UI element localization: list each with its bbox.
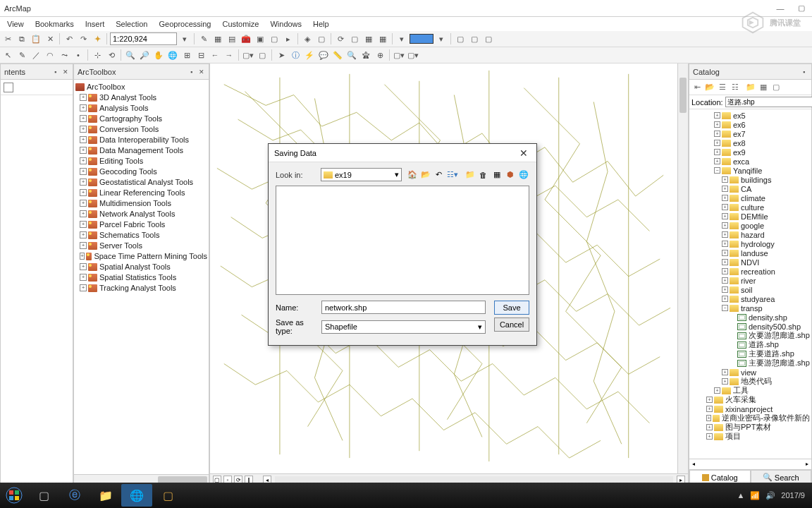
pin-icon[interactable]: ▪ [51, 68, 59, 75]
toolbox-item[interactable]: +Parcel Fabric Tools [75, 219, 207, 229]
time-slider-icon[interactable]: ▢▾ [393, 49, 405, 61]
catalog-folder[interactable]: +hydrology [691, 239, 810, 248]
connect-icon[interactable]: ⬢ [504, 169, 516, 181]
expand-icon[interactable]: + [714, 121, 720, 128]
delete-icon[interactable]: ✕ [44, 32, 56, 45]
expand-icon[interactable]: + [80, 147, 87, 154]
expand-icon[interactable]: + [722, 378, 728, 385]
expand-icon[interactable]: + [722, 296, 728, 302]
editor-icon[interactable]: ✎ [197, 32, 210, 45]
fixed-zoom-in-icon[interactable]: ⊞ [180, 49, 193, 61]
undo-icon[interactable]: ↶ [63, 32, 75, 45]
clock[interactable]: 2017/9 [781, 491, 805, 500]
scroll-left-icon[interactable]: ◂ [689, 459, 698, 468]
trace-icon[interactable]: ⤳ [58, 49, 70, 61]
go-to-xy-icon[interactable]: ⊕ [374, 49, 386, 61]
expand-icon[interactable]: + [80, 94, 87, 101]
up-one-level-icon[interactable]: 📂 [419, 169, 431, 181]
catalog-folder[interactable]: +项目 [691, 432, 810, 441]
back-icon[interactable]: ↶ [433, 169, 445, 181]
select-elements-icon[interactable]: ➤ [275, 49, 288, 61]
cancel-button[interactable]: Cancel [494, 318, 529, 332]
full-extent-icon[interactable]: 🌐 [166, 49, 179, 61]
catalog-folder[interactable]: +climate [691, 193, 810, 202]
expand-icon[interactable]: + [80, 274, 87, 281]
expand-icon[interactable]: + [80, 221, 87, 228]
toolbox-item[interactable]: +Space Time Pattern Mining Tools [75, 251, 207, 261]
style-icon[interactable]: ▾ [395, 32, 408, 45]
expand-icon[interactable]: + [722, 250, 728, 256]
expand-icon[interactable]: + [80, 189, 87, 196]
task-view-icon[interactable]: ▢ [28, 484, 59, 507]
catalog-folder[interactable]: +exca [691, 157, 810, 166]
close-icon[interactable]: ✕ [517, 146, 531, 160]
toolbox-item[interactable]: +Conversion Tools [75, 124, 207, 134]
expand-icon[interactable]: − [714, 167, 720, 174]
toolbox-item[interactable]: +Linear Referencing Tools [75, 188, 207, 198]
expand-icon[interactable]: + [80, 263, 87, 270]
expand-icon[interactable]: + [714, 112, 720, 119]
copy-icon[interactable]: ⧉ [16, 32, 28, 45]
expand-icon[interactable]: + [80, 210, 87, 217]
viewer-icon[interactable]: ▢▾ [407, 49, 419, 61]
expand-icon[interactable]: + [722, 286, 728, 293]
menu-view[interactable]: View [1, 18, 30, 30]
save-button[interactable]: Save [494, 301, 529, 315]
pin-icon[interactable]: ▪ [800, 68, 808, 75]
list-style-icon[interactable]: ☷▾ [446, 169, 458, 181]
chevron-down-icon[interactable]: ▾ [178, 32, 191, 45]
expand-icon[interactable]: + [722, 369, 728, 375]
location-input[interactable] [725, 97, 812, 107]
expand-icon[interactable]: + [80, 157, 87, 164]
toolbox-item[interactable]: +Spatial Statistics Tools [75, 272, 207, 282]
expand-icon[interactable]: + [714, 131, 720, 137]
home-icon[interactable]: 🏠 [406, 169, 418, 181]
toolbox-item[interactable]: +Tracking Analyst Tools [75, 283, 207, 293]
type-select[interactable]: Shapefile▾ [321, 320, 486, 334]
toolbox-item[interactable]: +Spatial Analyst Tools [75, 262, 207, 272]
catalog-window-icon[interactable]: ▢ [315, 32, 328, 45]
expand-icon[interactable]: + [722, 186, 728, 192]
close-icon[interactable]: ✕ [197, 68, 205, 75]
lock-icon[interactable]: ▦ [362, 32, 375, 45]
print-icon[interactable]: ▢ [468, 32, 481, 45]
add-data-icon[interactable]: ◈ [301, 32, 314, 45]
toolbox-item[interactable]: +Analysis Tools [75, 103, 207, 113]
rotate-icon[interactable]: ⟲ [105, 49, 118, 61]
arc-icon[interactable]: ◠ [44, 49, 56, 61]
volume-icon[interactable]: 🔊 [765, 491, 775, 500]
list-by-drawing-icon[interactable] [4, 83, 13, 92]
layout-icon[interactable]: ▢ [454, 32, 467, 45]
home-icon[interactable]: ⇤ [691, 82, 703, 93]
expand-icon[interactable]: + [80, 179, 87, 186]
catalog-folder[interactable]: +recreation [691, 267, 810, 276]
catalog-folder[interactable]: +studyarea [691, 294, 810, 303]
connect-folder-icon[interactable]: 📁 [745, 82, 756, 93]
catalog-folder[interactable]: +ex6 [691, 120, 810, 129]
name-input[interactable] [321, 301, 486, 314]
expand-icon[interactable]: + [722, 195, 728, 201]
menu-geoprocessing[interactable]: Geoprocessing [153, 18, 216, 30]
chevron-down-icon[interactable]: ▾ [435, 32, 448, 45]
expand-icon[interactable]: + [722, 277, 728, 284]
expand-icon[interactable]: + [722, 231, 728, 238]
select-features-icon[interactable]: ▢▾ [242, 49, 254, 61]
menu-help[interactable]: Help [307, 18, 335, 30]
expand-icon[interactable]: + [706, 424, 713, 430]
zoom-in-icon[interactable]: 🔍 [124, 49, 137, 61]
style-swatch[interactable] [410, 34, 433, 44]
expand-icon[interactable]: + [80, 231, 87, 238]
zoom-out-icon[interactable]: 🔎 [138, 49, 151, 61]
expand-icon[interactable]: + [80, 115, 87, 122]
identify-icon[interactable]: ⓘ [289, 49, 302, 61]
toolbox-item[interactable]: +Multidimension Tools [75, 198, 207, 208]
toolbox-item[interactable]: +Editing Tools [75, 156, 207, 166]
expand-icon[interactable]: + [714, 387, 720, 394]
lookin-select[interactable]: ex19 ▾ [321, 168, 402, 181]
menu-selection[interactable]: Selection [110, 18, 153, 30]
toolbox-item[interactable]: +Schematics Tools [75, 230, 207, 240]
catalog-folder[interactable]: +hazard [691, 230, 810, 239]
expand-icon[interactable]: + [706, 397, 713, 403]
expand-icon[interactable]: + [80, 200, 87, 207]
expand-icon[interactable]: + [722, 176, 728, 183]
